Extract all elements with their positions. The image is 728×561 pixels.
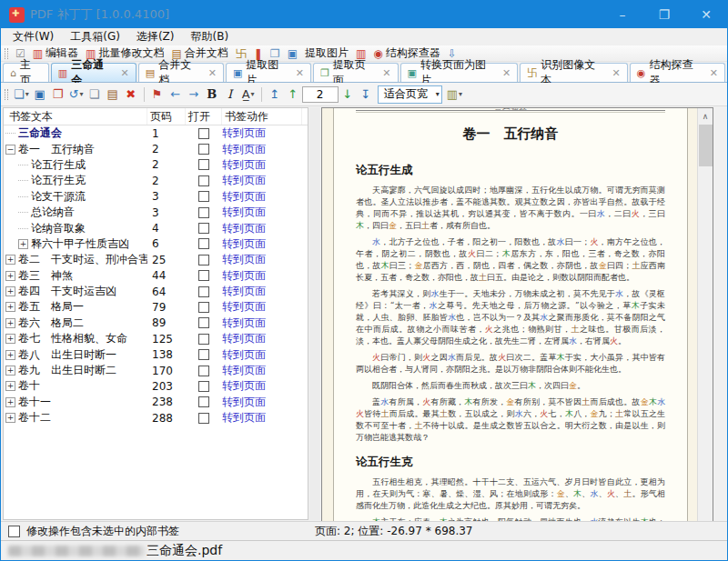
tab-extract-images[interactable]: ▣提取图片✕ xyxy=(226,63,311,82)
bookmark-row[interactable]: +释六十甲子性质吉凶6转到页面 xyxy=(4,236,308,252)
next-page-button[interactable]: ↓ xyxy=(339,85,357,104)
tab-ocr[interactable]: 卐识别图像文本✕ xyxy=(520,63,627,82)
goto-page-link[interactable]: 转到页面 xyxy=(222,300,266,313)
tab-close-icon[interactable]: ✕ xyxy=(121,67,129,79)
goto-page-link[interactable]: 转到页面 xyxy=(222,190,266,203)
bookmark-row[interactable]: 三命通会1转到页面 xyxy=(4,125,308,141)
tab-merge-docs[interactable]: ▤合并文档✕ xyxy=(138,63,224,82)
open-checkbox[interactable] xyxy=(198,286,209,297)
open-checkbox[interactable] xyxy=(198,223,209,234)
bookmark-row[interactable]: +卷八 出生日时断一138转到页面 xyxy=(4,346,308,362)
open-checkbox[interactable] xyxy=(198,302,209,313)
bookmark-row[interactable]: +卷二 干支时运、刑冲合害25转到页面 xyxy=(4,252,308,267)
bookmark-title[interactable]: 卷十二 xyxy=(18,410,51,426)
minimize-button[interactable]: – xyxy=(602,1,643,28)
open-checkbox[interactable] xyxy=(198,238,209,249)
bookmark-row[interactable]: −卷一 五行纳音2转到页面 xyxy=(4,141,308,156)
bookmark-row[interactable]: 论五行生成2转到页面 xyxy=(4,157,308,173)
copy-button[interactable]: ❏ xyxy=(86,85,104,104)
expand-icon[interactable]: + xyxy=(18,239,28,249)
pdf-preview-panel[interactable]: 三命通会 卷一 五行纳音 论五行生成天高寥廓，六气回旋以成四时；地厚幽深，五行化… xyxy=(321,107,713,533)
open-checkbox[interactable] xyxy=(198,175,209,186)
collapse-icon[interactable]: − xyxy=(5,145,15,155)
menu-item-1[interactable]: 工具箱(G) xyxy=(62,27,128,46)
open-checkbox[interactable] xyxy=(198,413,209,424)
export-button[interactable]: ❐ xyxy=(49,85,67,104)
open-checkbox[interactable] xyxy=(198,144,209,155)
tab-close-icon[interactable]: ✕ xyxy=(382,67,390,79)
column-header-page[interactable]: 页码 xyxy=(147,108,186,125)
open-checkbox[interactable] xyxy=(198,207,209,218)
bookmark-row[interactable]: 论五行生克2转到页面 xyxy=(4,173,308,188)
expand-icon[interactable]: + xyxy=(5,302,15,312)
back-button[interactable]: ← xyxy=(167,85,185,104)
bookmark-title[interactable]: 论五行生克 xyxy=(31,173,86,188)
paste-button[interactable]: ▤ xyxy=(104,85,122,104)
bookmark-row[interactable]: +卷十203转到页面 xyxy=(4,378,308,394)
bookmark-row[interactable]: 论支干源流3转到页面 xyxy=(4,189,308,205)
goto-page-link[interactable]: 转到页面 xyxy=(222,174,266,186)
expand-icon[interactable]: + xyxy=(5,381,15,391)
first-page-button[interactable]: ↥ xyxy=(266,85,284,104)
bookmark-title[interactable]: 卷一 五行纳音 xyxy=(18,142,95,157)
bookmark-title[interactable]: 总论纳音 xyxy=(31,205,75,220)
expand-icon[interactable]: + xyxy=(5,271,15,281)
preview-scrollbar[interactable]: ∧ ∨ xyxy=(697,108,713,533)
goto-page-link[interactable]: 转到页面 xyxy=(222,269,266,282)
goto-page-link[interactable]: 转到页面 xyxy=(222,205,266,218)
goto-page-link[interactable]: 转到页面 xyxy=(222,396,266,408)
zoom-level-select[interactable]: 适合页宽▾ xyxy=(378,85,442,104)
toolbar-grip[interactable] xyxy=(5,48,8,59)
close-button[interactable]: ✕ xyxy=(685,1,727,28)
tab-extract-pages[interactable]: ❐提取页面✕ xyxy=(313,63,399,82)
expand-icon[interactable]: + xyxy=(5,334,15,344)
expand-icon[interactable]: + xyxy=(5,413,15,423)
bookmark-title[interactable]: 卷十 xyxy=(18,378,40,394)
goto-page-link[interactable]: 转到页面 xyxy=(222,411,266,424)
undo-button[interactable]: ↺▾ xyxy=(67,85,86,104)
tab-close-icon[interactable]: ✕ xyxy=(502,67,511,79)
bookmark-row[interactable]: +卷九 出生日时断二170转到页面 xyxy=(4,363,308,378)
scrollbar-thumb[interactable] xyxy=(699,125,713,166)
toolbar-grip[interactable] xyxy=(5,89,8,100)
new-document-button[interactable]: ❏▾ xyxy=(12,85,31,104)
bookmark-title[interactable]: 卷八 出生日时断一 xyxy=(18,347,116,363)
open-checkbox[interactable] xyxy=(198,396,209,407)
open-checkbox[interactable] xyxy=(198,255,209,265)
expand-icon[interactable]: + xyxy=(5,366,15,376)
page-number-input[interactable] xyxy=(302,86,339,103)
tab-close-icon[interactable]: ✕ xyxy=(208,67,217,79)
pane-splitter[interactable] xyxy=(309,107,320,520)
maximize-button[interactable]: ❐ xyxy=(643,1,685,28)
include-unselected-bookmarks-checkbox[interactable] xyxy=(8,526,20,537)
insert-bookmark-button[interactable]: ⚑ xyxy=(148,85,167,104)
bookmark-row[interactable]: +卷七 性格相貌、女命125转到页面 xyxy=(4,331,308,346)
bookmark-title[interactable]: 卷六 格局二 xyxy=(18,316,84,331)
menu-item-2[interactable]: 选择(Z) xyxy=(128,27,183,46)
expand-icon[interactable]: + xyxy=(5,318,15,328)
italic-button[interactable]: I xyxy=(221,85,239,104)
bookmark-title[interactable]: 卷七 性格相貌、女命 xyxy=(18,331,127,346)
goto-page-link[interactable]: 转到页面 xyxy=(222,316,266,329)
goto-page-link[interactable]: 转到页面 xyxy=(222,158,266,171)
goto-page-link[interactable]: 转到页面 xyxy=(222,222,266,235)
bookmark-title[interactable]: 卷三 神煞 xyxy=(18,268,73,284)
tab-close-icon[interactable]: ✕ xyxy=(612,67,621,79)
bookmark-title[interactable]: 论五行生成 xyxy=(31,157,86,173)
open-checkbox[interactable] xyxy=(198,381,209,392)
tab-structure-inspector[interactable]: ◉结构探查器✕ xyxy=(630,63,725,82)
goto-page-link[interactable]: 转到页面 xyxy=(222,332,266,345)
last-page-button[interactable]: ↧ xyxy=(357,85,375,104)
tab-close-icon[interactable]: ✕ xyxy=(710,67,718,79)
goto-page-link[interactable]: 转到页面 xyxy=(222,143,266,155)
bookmark-title[interactable]: 卷九 出生日时断二 xyxy=(18,363,116,378)
column-header-bookmark-text[interactable]: 书签文本 xyxy=(4,108,147,125)
tab-close-icon[interactable]: ✕ xyxy=(296,67,304,79)
previous-page-button[interactable]: ↑ xyxy=(284,85,302,104)
bookmark-row[interactable]: +卷五 格局一79转到页面 xyxy=(4,299,308,315)
column-header-open[interactable]: 打开 xyxy=(186,108,222,125)
bookmark-title[interactable]: 论支干源流 xyxy=(31,189,86,205)
save-button[interactable]: ▣ xyxy=(31,85,49,104)
expand-icon[interactable]: + xyxy=(5,255,15,265)
open-checkbox[interactable] xyxy=(198,159,209,170)
